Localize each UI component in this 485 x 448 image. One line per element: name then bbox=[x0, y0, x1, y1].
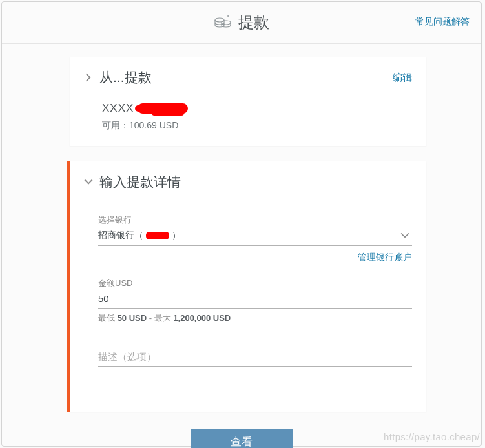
manage-bank-link[interactable]: 管理银行账户 bbox=[358, 252, 412, 262]
svg-point-1 bbox=[222, 21, 231, 25]
details-card: 输入提款详情 选择银行 招商银行（） bbox=[70, 161, 426, 412]
redacted-span bbox=[138, 103, 188, 114]
app-window: 提款 常见问题解答 从...提款 编辑 XXXX 可用： bbox=[1, 1, 482, 447]
content: 从...提款 编辑 XXXX 可用：100.69 USD bbox=[2, 44, 481, 448]
available-amount: 可用：100.69 USD bbox=[102, 120, 412, 132]
bank-selected-value: 招商银行（） bbox=[98, 230, 181, 241]
coins-icon bbox=[214, 14, 232, 31]
chevron-right-icon bbox=[84, 73, 93, 82]
available-value: 100.69 USD bbox=[129, 120, 178, 130]
details-card-wrap: 输入提款详情 选择银行 招商银行（） bbox=[67, 161, 426, 412]
submit-button[interactable]: 查看 bbox=[191, 429, 293, 448]
details-card-header-left: 输入提款详情 bbox=[84, 173, 181, 191]
available-label: 可用： bbox=[102, 120, 129, 130]
chevron-down-icon bbox=[84, 178, 93, 187]
from-card: 从...提款 编辑 XXXX 可用：100.69 USD bbox=[70, 57, 426, 146]
bank-value-suffix: ） bbox=[172, 230, 181, 241]
account-row: XXXX bbox=[102, 102, 412, 115]
redacted-span bbox=[146, 232, 169, 239]
details-card-header[interactable]: 输入提款详情 bbox=[84, 173, 412, 191]
watermark: https://pay.tao.cheap/ bbox=[384, 431, 480, 442]
from-card-header[interactable]: 从...提款 编辑 bbox=[84, 68, 412, 87]
description-input[interactable] bbox=[98, 350, 412, 367]
hint-max: 1,200,000 USD bbox=[173, 313, 231, 323]
fields: 选择银行 招商银行（） 管理银行账户 bbox=[84, 191, 412, 367]
chevron-down-icon bbox=[400, 231, 409, 240]
amount-field: 金额USD 最低 50 USD - 最大 1,200,000 USD bbox=[98, 278, 412, 324]
bank-value-prefix: 招商银行（ bbox=[98, 230, 143, 241]
amount-label: 金额USD bbox=[98, 278, 412, 289]
hint-mid: - 最大 bbox=[147, 313, 173, 323]
manage-row: 管理银行账户 bbox=[98, 251, 412, 263]
description-field bbox=[98, 350, 412, 367]
hint-prefix: 最低 bbox=[98, 313, 118, 323]
bank-select[interactable]: 招商银行（） bbox=[98, 229, 412, 246]
page-title-text: 提款 bbox=[238, 12, 269, 33]
page-title: 提款 bbox=[214, 12, 269, 33]
header: 提款 常见问题解答 bbox=[2, 2, 481, 44]
amount-input[interactable] bbox=[98, 292, 412, 309]
faq-link[interactable]: 常见问题解答 bbox=[415, 16, 470, 28]
account-masked: XXXX bbox=[102, 102, 134, 115]
amount-hint: 最低 50 USD - 最大 1,200,000 USD bbox=[98, 312, 412, 324]
details-title: 输入提款详情 bbox=[99, 173, 181, 191]
hint-min: 50 USD bbox=[118, 313, 147, 323]
from-card-header-left: 从...提款 bbox=[84, 68, 152, 87]
edit-link[interactable]: 编辑 bbox=[393, 72, 412, 84]
bank-field: 选择银行 招商银行（） 管理银行账户 bbox=[98, 214, 412, 263]
bank-label: 选择银行 bbox=[98, 214, 412, 226]
from-body: XXXX 可用：100.69 USD bbox=[84, 87, 412, 132]
from-title: 从...提款 bbox=[99, 68, 152, 87]
